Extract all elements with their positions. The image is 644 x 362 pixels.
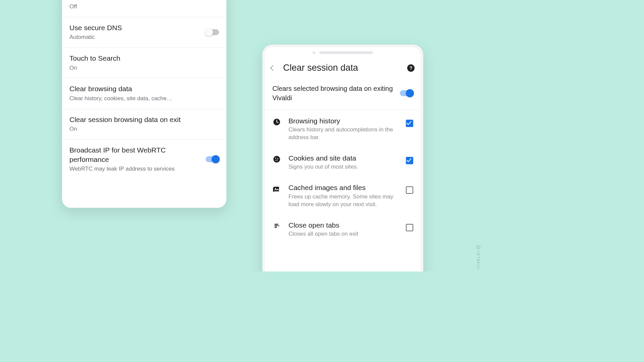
svg-rect-11 <box>275 227 277 228</box>
option-close-tabs[interactable]: Close open tabs Closes all open tabs on … <box>265 215 421 244</box>
svg-rect-9 <box>275 224 278 225</box>
option-checkbox[interactable] <box>406 224 413 231</box>
cookie-icon <box>272 155 281 164</box>
trash-icon <box>272 222 281 231</box>
webrtc-toggle[interactable] <box>206 156 219 162</box>
help-icon[interactable]: ? <box>407 64 415 72</box>
setting-title: Touch to Search <box>69 54 219 63</box>
setting-secure-dns[interactable]: Use secure DNS Automatic <box>62 17 226 47</box>
settings-list-phone: 'Do Not Track' Off Use secure DNS Automa… <box>62 0 226 208</box>
vivaldi-logo-icon <box>476 245 480 249</box>
master-toggle-row[interactable]: Clears selected browsing data on exiting… <box>265 79 421 110</box>
setting-title: Clear session browsing data on exit <box>69 115 219 124</box>
option-checkbox[interactable] <box>406 157 413 164</box>
option-sub: Frees up cache memory. Some sites may lo… <box>288 193 398 208</box>
master-toggle[interactable] <box>400 90 413 96</box>
back-icon[interactable] <box>270 65 276 71</box>
setting-sub: WebRTC may leak IP address to services <box>69 165 200 173</box>
vivaldi-watermark: VIVALDI <box>476 245 480 269</box>
setting-do-not-track[interactable]: 'Do Not Track' Off <box>62 0 226 17</box>
clock-icon <box>272 118 281 126</box>
svg-rect-13 <box>477 245 480 249</box>
camera-icon <box>313 51 315 54</box>
page-header: Clear session data ? <box>265 56 421 79</box>
option-sub: Signs you out of most sites. <box>288 163 398 171</box>
setting-webrtc-ip[interactable]: Broadcast IP for best WebRTC performance… <box>62 139 226 179</box>
option-title: Close open tabs <box>288 221 398 230</box>
clear-session-phone: Clear session data ? Clears selected bro… <box>262 45 423 272</box>
option-sub: Closes all open tabs on exit <box>288 230 398 238</box>
setting-clear-browsing-data[interactable]: Clear browsing data Clear history, cooki… <box>62 78 226 108</box>
svg-point-5 <box>277 160 278 161</box>
page-title: Clear session data <box>283 63 399 73</box>
svg-point-3 <box>277 159 278 160</box>
svg-point-4 <box>276 160 277 161</box>
setting-sub: Automatic <box>69 33 200 41</box>
option-title: Cached images and files <box>288 183 398 192</box>
master-toggle-label: Clears selected browsing data on exiting… <box>272 84 394 103</box>
svg-rect-10 <box>275 225 278 226</box>
option-checkbox[interactable] <box>406 120 413 127</box>
watermark-text: VIVALDI <box>476 250 480 269</box>
setting-sub: Clear history, cookies, site data, cache… <box>69 95 219 103</box>
svg-rect-8 <box>273 187 274 192</box>
image-icon <box>272 184 281 193</box>
setting-sub: On <box>69 64 219 72</box>
setting-sub: Off <box>69 3 219 11</box>
option-title: Cookies and site data <box>288 154 398 163</box>
setting-touch-search[interactable]: Touch to Search On <box>62 47 226 78</box>
setting-title: 'Do Not Track' <box>69 0 219 2</box>
svg-point-1 <box>273 156 280 163</box>
setting-title: Broadcast IP for best WebRTC performance <box>69 145 200 165</box>
option-sub: Clears history and autocompletions in th… <box>288 126 398 141</box>
phone-top-bar <box>265 47 421 56</box>
option-browsing-history[interactable]: Browsing history Clears history and auto… <box>265 110 421 147</box>
option-cached-images[interactable]: Cached images and files Frees up cache m… <box>265 177 421 214</box>
setting-title: Use secure DNS <box>69 23 200 33</box>
option-checkbox[interactable] <box>406 186 413 194</box>
speaker-icon <box>319 51 373 54</box>
svg-rect-12 <box>278 225 279 226</box>
setting-sub: On <box>69 125 219 133</box>
option-cookies[interactable]: Cookies and site data Signs you out of m… <box>265 147 421 177</box>
setting-clear-session-on-exit[interactable]: Clear session browsing data on exit On <box>62 109 226 139</box>
svg-point-2 <box>275 158 276 159</box>
secure-dns-toggle[interactable] <box>206 29 219 35</box>
setting-title: Clear browsing data <box>69 84 219 94</box>
option-title: Browsing history <box>288 116 398 125</box>
